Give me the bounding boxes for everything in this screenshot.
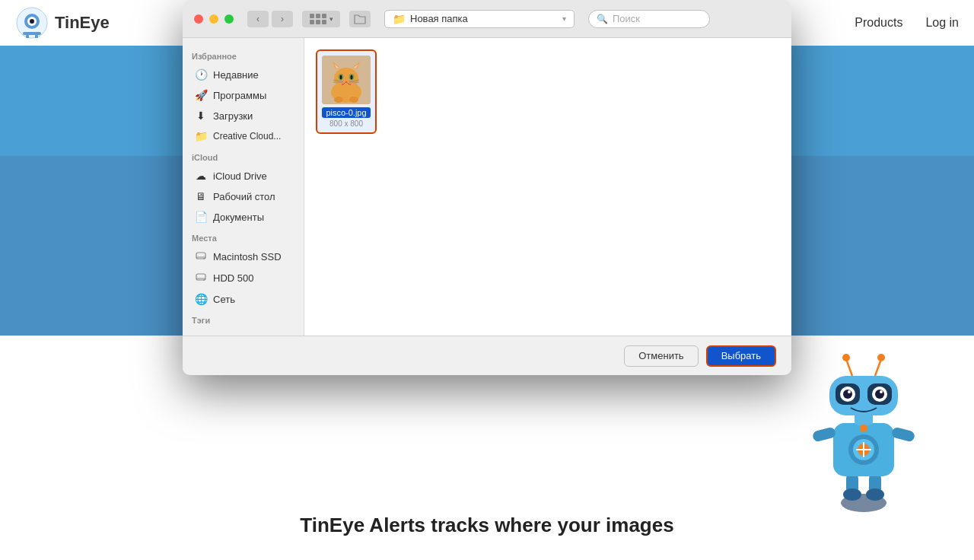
sidebar-item-network[interactable]: 🌐 Сеть [186,289,301,309]
dialog-titlebar: ‹ › ▾ 📁 Н [183,0,791,38]
hdd-icon-2 [195,272,207,285]
dialog-footer: Отменить Выбрать [183,336,791,375]
download-icon: ⬇ [195,110,207,122]
file-area: pisco-0.jpg 800 x 800 [304,38,791,336]
sidebar-item-creative-cloud[interactable]: 📁 Creative Cloud... [186,126,301,146]
svg-rect-12 [322,20,326,24]
folder-path-text: Новая папка [410,13,468,24]
sidebar-item-macintosh-ssd[interactable]: Macintosh SSD [186,247,301,267]
svg-point-30 [351,75,353,80]
sidebar-section-favorites: Избранное [183,46,304,64]
folder-path-selector[interactable]: 📁 Новая папка ▾ [384,10,575,28]
search-icon: 🔍 [597,14,608,24]
file-name-label: pisco-0.jpg [322,107,371,118]
sidebar-item-documents[interactable]: 📄 Документы [186,207,301,227]
sidebar-label-icloud-drive: iCloud Drive [213,170,267,182]
sidebar-label-documents: Документы [213,212,264,223]
sidebar-item-icloud-drive[interactable]: ☁ iCloud Drive [186,166,301,186]
back-button[interactable]: ‹ [247,11,269,27]
sidebar: Избранное 🕐 Недавние 🚀 Программы ⬇ Загру… [183,38,304,336]
sidebar-label-macintosh-ssd: Macintosh SSD [213,251,282,262]
sidebar-item-downloads[interactable]: ⬇ Загрузки [186,106,301,126]
sidebar-label-desktop: Рабочий стол [213,191,275,202]
dialog-overlay: ‹ › ▾ 📁 Н [0,0,974,560]
sidebar-label-downloads: Загрузки [213,110,253,122]
sidebar-section-icloud: iCloud [183,147,304,165]
svg-rect-16 [196,274,205,280]
desktop-icon: 🖥 [195,190,207,202]
folder-icon: 📁 [195,130,207,142]
svg-rect-11 [316,20,320,24]
svg-point-29 [340,75,342,80]
svg-rect-13 [196,253,205,259]
svg-point-18 [203,279,205,281]
sidebar-label-creative-cloud: Creative Cloud... [213,131,281,142]
svg-rect-9 [322,14,326,18]
svg-rect-7 [310,14,314,18]
file-size-label: 800 x 800 [329,119,363,128]
close-button[interactable] [194,14,203,24]
cat-thumbnail-svg [322,56,371,104]
folder-path-icon: 📁 [393,13,406,25]
file-picker-dialog: ‹ › ▾ 📁 Н [183,0,791,375]
sidebar-label-recent: Недавние [213,69,259,81]
view-toggle-button[interactable]: ▾ [302,11,340,27]
clock-icon: 🕐 [195,68,207,81]
sidebar-item-desktop[interactable]: 🖥 Рабочий стол [186,186,301,206]
file-thumbnail [322,56,371,104]
svg-point-15 [203,258,205,259]
search-placeholder: Поиск [613,13,640,24]
sidebar-section-tags: Тэги [183,310,304,328]
search-box[interactable]: 🔍 Поиск [588,10,710,28]
cancel-button[interactable]: Отменить [624,345,698,367]
sidebar-label-network: Сеть [213,294,235,305]
document-icon: 📄 [195,211,207,223]
svg-rect-8 [316,14,320,18]
cloud-icon: ☁ [195,170,207,182]
svg-point-37 [349,97,358,103]
forward-button[interactable]: › [272,11,293,27]
sidebar-label-apps: Программы [213,90,266,101]
maximize-button[interactable] [224,14,234,24]
svg-point-22 [334,68,358,89]
svg-point-36 [334,97,343,103]
sidebar-label-hdd500: HDD 500 [213,272,253,284]
network-icon: 🌐 [195,293,207,305]
sidebar-item-apps[interactable]: 🚀 Программы [186,85,301,105]
choose-button[interactable]: Выбрать [706,345,776,367]
rocket-icon: 🚀 [195,89,207,101]
file-item-pisco[interactable]: pisco-0.jpg 800 x 800 [316,49,377,134]
nav-arrows: ‹ › [247,11,293,27]
minimize-button[interactable] [209,14,218,24]
hdd-icon-1 [195,250,207,263]
svg-rect-10 [310,20,314,24]
new-folder-button[interactable] [349,11,371,27]
sidebar-section-places: Места [183,228,304,246]
sidebar-item-hdd500[interactable]: HDD 500 [186,268,301,288]
dropdown-arrow-icon: ▾ [562,14,566,23]
dialog-body: Избранное 🕐 Недавние 🚀 Программы ⬇ Загру… [183,38,791,336]
sidebar-item-recent[interactable]: 🕐 Недавние [186,65,301,84]
